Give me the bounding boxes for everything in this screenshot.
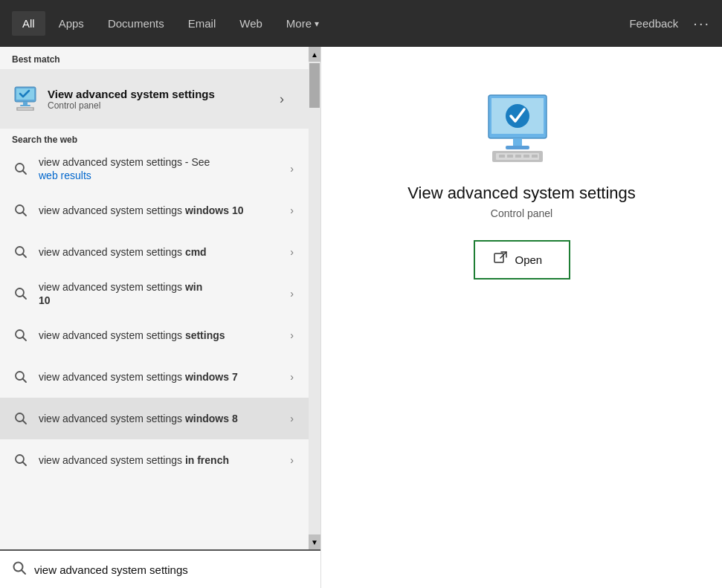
open-label: Open <box>515 253 543 266</box>
nav-tab-apps[interactable]: Apps <box>48 11 94 36</box>
list-item[interactable]: view advanced system settings settings › <box>0 314 309 356</box>
svg-rect-2 <box>23 102 28 105</box>
search-icon <box>12 160 30 178</box>
scroll-down-button[interactable]: ▼ <box>309 534 320 549</box>
result-text: view advanced system settings in french <box>39 453 287 467</box>
nav-tabs: All Apps Documents Email Web More ▾ <box>12 11 629 36</box>
nav-right: Feedback ··· <box>629 15 710 32</box>
control-panel-icon <box>12 85 39 112</box>
result-chevron: › <box>287 329 297 341</box>
nav-tab-web[interactable]: Web <box>229 11 273 36</box>
result-text: view advanced system settings win10 <box>39 280 287 307</box>
nav-tab-email[interactable]: Email <box>178 11 227 36</box>
open-button[interactable]: Open <box>474 240 570 280</box>
results-scroll-area[interactable]: Best match <box>0 47 320 549</box>
svg-line-21 <box>23 462 27 466</box>
result-chevron: › <box>287 371 297 383</box>
search-icon <box>12 368 30 386</box>
svg-rect-5 <box>18 108 33 110</box>
feedback-button[interactable]: Feedback <box>629 17 678 30</box>
nav-more-button[interactable]: More ▾ <box>276 11 329 36</box>
search-box-icon <box>12 560 27 579</box>
search-icon <box>12 201 30 219</box>
svg-rect-33 <box>515 155 521 158</box>
search-icon <box>12 326 30 344</box>
result-text: view advanced system settings - See web … <box>39 155 287 182</box>
list-item[interactable]: view advanced system settings - See web … <box>0 148 309 190</box>
svg-line-19 <box>23 421 27 424</box>
nav-tab-all[interactable]: All <box>12 11 45 36</box>
open-icon <box>493 251 508 269</box>
best-match-subtitle: Control panel <box>48 100 267 111</box>
result-chevron: › <box>287 204 297 216</box>
result-chevron: › <box>287 413 297 424</box>
result-text: view advanced system settings windows 10 <box>39 204 287 217</box>
result-text: view advanced system settings windows 7 <box>39 370 287 384</box>
result-chevron: › <box>287 163 297 175</box>
list-item[interactable]: view advanced system settings win10 › <box>0 273 309 314</box>
result-text: view advanced system settings windows 8 <box>39 412 287 425</box>
best-match-arrow[interactable]: › <box>267 77 297 121</box>
nav-tab-documents[interactable]: Documents <box>97 11 175 36</box>
more-options-button[interactable]: ··· <box>693 15 710 32</box>
list-item[interactable]: view advanced system settings windows 7 … <box>0 356 309 398</box>
result-text: view advanced system settings settings <box>39 329 287 342</box>
result-chevron: › <box>287 288 297 300</box>
search-input[interactable] <box>34 563 309 576</box>
best-match-text: View advanced system settings Control pa… <box>48 88 267 111</box>
scrollbar[interactable]: ▲ ▼ <box>309 47 320 549</box>
list-item[interactable]: view advanced system settings cmd › <box>0 231 309 273</box>
web-section-label: Search the web <box>0 129 309 148</box>
list-item[interactable]: view advanced system settings in french … <box>0 439 309 481</box>
search-icon <box>12 243 30 261</box>
svg-point-26 <box>506 104 529 128</box>
search-icon <box>12 285 30 303</box>
svg-line-9 <box>23 213 27 216</box>
result-chevron: › <box>287 454 297 466</box>
right-panel: View advanced system settings Control pa… <box>321 47 722 588</box>
svg-rect-36 <box>494 253 503 262</box>
svg-rect-3 <box>20 105 30 106</box>
search-icon <box>12 410 30 427</box>
svg-rect-34 <box>523 155 529 158</box>
search-box-wrap <box>0 549 320 588</box>
svg-rect-28 <box>506 146 529 149</box>
list-item[interactable]: view advanced system settings windows 8 … <box>0 398 309 439</box>
svg-line-15 <box>23 337 27 341</box>
scrollbar-thumb[interactable] <box>309 63 320 108</box>
svg-rect-31 <box>499 155 505 158</box>
search-icon <box>12 451 30 469</box>
app-icon <box>481 91 563 169</box>
best-match-item[interactable]: View advanced system settings Control pa… <box>0 69 309 129</box>
scroll-up-button[interactable]: ▲ <box>309 47 320 62</box>
result-text: view advanced system settings cmd <box>39 245 287 259</box>
svg-rect-35 <box>532 155 538 158</box>
chevron-down-icon: ▾ <box>315 19 319 29</box>
main-content: Best match <box>0 47 722 588</box>
app-title: View advanced system settings <box>407 184 636 203</box>
svg-rect-27 <box>513 138 522 146</box>
best-match-title: View advanced system settings <box>48 88 267 100</box>
svg-line-7 <box>23 171 27 175</box>
svg-line-23 <box>22 570 25 574</box>
app-subtitle: Control panel <box>491 207 552 219</box>
result-chevron: › <box>287 246 297 258</box>
left-panel: Best match <box>0 47 321 588</box>
svg-rect-32 <box>507 155 513 158</box>
svg-line-11 <box>23 254 27 258</box>
list-item[interactable]: view advanced system settings windows 10… <box>0 190 309 231</box>
svg-line-17 <box>23 379 27 383</box>
best-match-label: Best match <box>0 47 309 69</box>
top-nav: All Apps Documents Email Web More ▾ Feed… <box>0 0 722 47</box>
svg-line-13 <box>23 296 27 300</box>
